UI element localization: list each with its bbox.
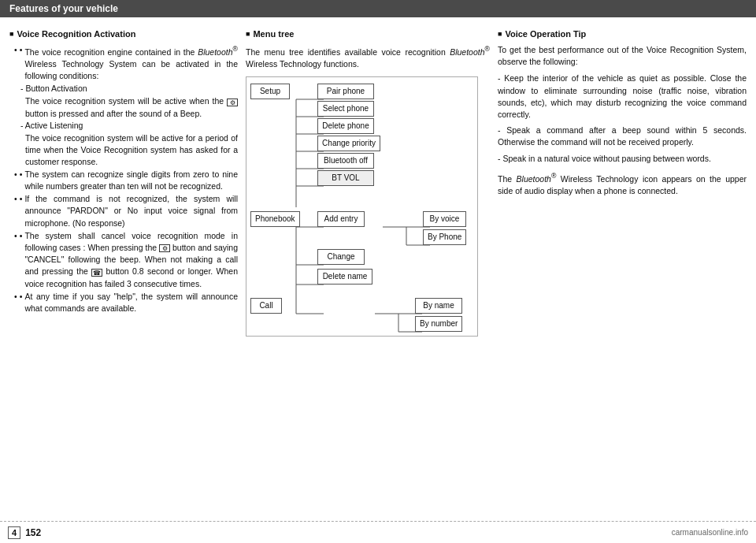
header-title: Features of your vehicle <box>9 3 118 14</box>
tip-1: - Keep the interior of the vehicle as qu… <box>498 73 747 121</box>
sub-item-active-listening-text: The voice recognition system will be act… <box>25 132 238 169</box>
left-bullet-list: • The voice recognition engine contained… <box>9 44 238 314</box>
bullet-item-4: • The system shall cancel voice recognit… <box>14 230 238 290</box>
mid-intro: The menu tree identifies available voice… <box>246 44 490 70</box>
tree-delete-phone: Delete phone <box>317 118 374 135</box>
mic-icon: ⚙ <box>227 99 238 106</box>
cancel-icon: ⚙ <box>159 244 170 252</box>
footer-left: 4 152 <box>8 526 41 539</box>
main-content: Voice Recognition Activation • The voice… <box>0 17 756 511</box>
tree-by-number: By number <box>415 316 462 333</box>
bullet-item-1: • The voice recognition engine contained… <box>14 44 238 82</box>
sub-item-active-listening-label: - Active Listening <box>20 120 238 132</box>
right-tips: - Keep the interior of the vehicle as qu… <box>498 73 747 165</box>
left-column: Voice Recognition Activation • The voice… <box>9 28 238 505</box>
right-column: Voice Operation Tip To get the best perf… <box>498 28 747 505</box>
tree-by-name: By name <box>415 298 462 314</box>
right-intro: To get the best performance out of the V… <box>498 44 747 68</box>
bullet-item-5: • At any time if you say "help", the sys… <box>14 291 238 314</box>
tree-by-voice: By voice <box>423 211 466 228</box>
tree-select-phone: Select phone <box>317 101 374 117</box>
page-footer: 4 152 carmanualsonline.info <box>0 521 756 543</box>
tree-add-entry: Add entry <box>317 211 365 228</box>
left-section-title: Voice Recognition Activation <box>9 28 238 41</box>
tree-bluetooth-off: Bluetooth off <box>317 153 374 169</box>
tip-3: - Speak in a natural voice without pausi… <box>498 153 747 165</box>
sub-item-button-activation-text: The voice recognition system will be act… <box>25 95 238 119</box>
bullet-item-3: • If the command is not recognized, the … <box>14 193 238 229</box>
tree-delete-name: Delete name <box>317 269 372 285</box>
page-number: 152 <box>25 527 41 538</box>
mid-column: Menu tree The menu tree identifies avail… <box>246 28 490 505</box>
page-header: Features of your vehicle <box>0 0 756 17</box>
call-icon: ☎ <box>91 269 102 277</box>
chapter-number: 4 <box>8 526 20 539</box>
tree-setup: Setup <box>250 84 290 100</box>
menu-tree-diagram: Setup Pair phone Select phone Delete pho… <box>246 76 478 337</box>
right-section-title: Voice Operation Tip <box>498 28 747 41</box>
sub-item-button-activation-label: - Button Activation <box>20 83 238 95</box>
tree-change: Change <box>317 249 365 266</box>
mid-section-title: Menu tree <box>246 28 490 41</box>
tree-change-priority: Change priority <box>317 136 380 152</box>
tree-pair-phone: Pair phone <box>317 84 374 100</box>
tree-call: Call <box>250 298 282 314</box>
watermark: carmanualsonline.info <box>672 528 748 537</box>
right-note: The Bluetooth® Wireless Technology icon … <box>498 171 747 197</box>
bullet-item-2: • The system can recognize single digits… <box>14 169 238 192</box>
tip-2: - Speak a command after a beep sound wit… <box>498 125 747 148</box>
tree-phonebook: Phonebook <box>250 211 300 228</box>
tree-bt-vol: BT VOL <box>317 170 374 187</box>
tree-by-phone: By Phone <box>423 229 466 246</box>
